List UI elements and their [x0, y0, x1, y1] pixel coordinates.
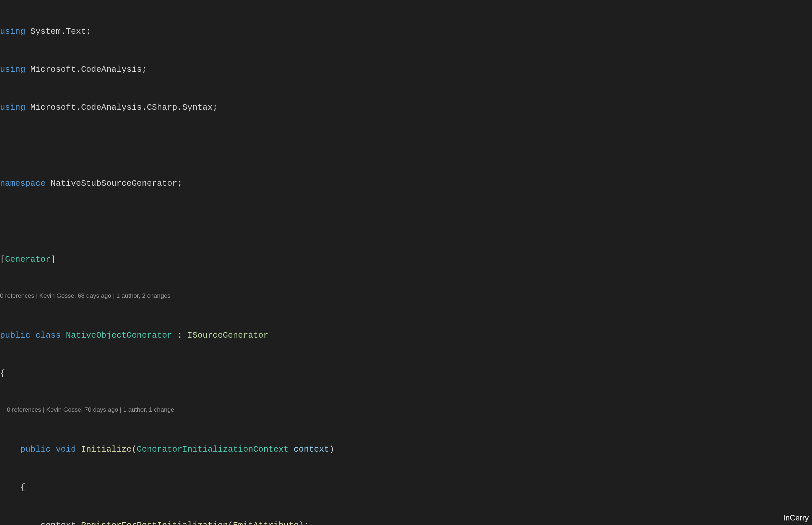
method-ref: EmitAttribute	[233, 521, 299, 525]
code-editor[interactable]: ⊟using System.Text; using Microsoft.Code…	[0, 0, 812, 525]
keyword-void: void	[51, 445, 76, 454]
codelens-info[interactable]: 0 references | Kevin Gosse, 70 days ago …	[0, 405, 812, 418]
bracket: [	[0, 255, 5, 264]
paren: (	[132, 445, 137, 454]
paren: (	[228, 521, 233, 525]
param-name: context	[289, 445, 329, 454]
class-name: NativeObjectGenerator	[61, 331, 172, 340]
keyword-class: class	[31, 331, 61, 340]
keyword-namespace: namespace	[0, 179, 45, 188]
identifier: context.	[41, 521, 81, 525]
method-call: RegisterForPostInitialization	[81, 521, 228, 525]
codelens-info[interactable]: 0 references | Kevin Gosse, 68 days ago …	[0, 291, 812, 304]
interface-name: ISourceGenerator	[187, 331, 269, 340]
brace: {	[0, 369, 5, 378]
code-content[interactable]: ⊟using System.Text; using Microsoft.Code…	[0, 0, 812, 525]
namespace-text: Microsoft.CodeAnalysis;	[25, 65, 147, 74]
method-name: Initialize	[76, 445, 132, 454]
keyword-public: public	[0, 331, 31, 340]
namespace-text: System.Text;	[25, 27, 91, 36]
attribute-name: Generator	[5, 255, 51, 264]
keyword-using: using	[0, 103, 25, 112]
colon: :	[172, 331, 188, 340]
namespace-name: NativeStubSourceGenerator;	[45, 179, 182, 188]
brace: {	[20, 482, 25, 492]
param-type: GeneratorInitializationContext	[137, 445, 289, 454]
paren: );	[299, 521, 309, 525]
keyword-using: using	[0, 27, 25, 36]
keyword-public: public	[20, 445, 51, 454]
namespace-text: Microsoft.CodeAnalysis.CSharp.Syntax;	[25, 103, 218, 112]
keyword-using: using	[0, 65, 25, 74]
paren: )	[329, 445, 334, 454]
bracket: ]	[51, 255, 56, 264]
watermark-text: InCerry	[783, 512, 809, 524]
